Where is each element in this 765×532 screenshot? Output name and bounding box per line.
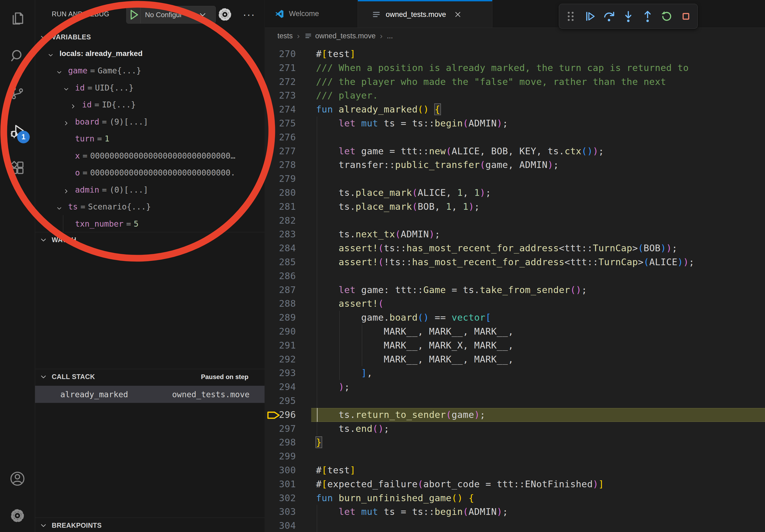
breadcrumb-item[interactable]: owned_tests.move [315, 32, 376, 40]
code-line-289[interactable]: 289 game.board() == vector[ [265, 311, 765, 325]
line-number[interactable]: 275 [265, 117, 296, 131]
line-number[interactable]: 299 [265, 449, 296, 463]
line-number[interactable]: 282 [265, 214, 296, 228]
code-line-299[interactable]: 299 [265, 449, 765, 463]
chevron-down-icon[interactable] [56, 68, 62, 74]
line-number[interactable]: 286 [265, 269, 296, 283]
line-number[interactable]: 303 [265, 505, 296, 519]
close-icon[interactable] [453, 10, 462, 19]
step-out-button[interactable] [641, 10, 654, 23]
line-number[interactable]: 285 [265, 255, 296, 269]
variables-section-header[interactable]: VARIABLES [35, 30, 265, 45]
code-line-293[interactable]: 293 ], [265, 366, 765, 380]
code-line-281[interactable]: 281 ts.place_mark(BOB, 1, 1); [265, 200, 765, 214]
line-number[interactable]: 295 [265, 394, 296, 408]
search-icon[interactable] [10, 48, 25, 64]
code-line-300[interactable]: 300#[test] [265, 463, 765, 477]
code-line-304[interactable]: 304 [265, 519, 765, 532]
code-line-270[interactable]: 270#[test] [265, 47, 765, 61]
line-number[interactable]: 276 [265, 131, 296, 144]
line-number[interactable]: 304 [265, 519, 296, 532]
variable-row-admin[interactable]: admin=(0)[...] [35, 181, 265, 198]
chevron-right-icon[interactable] [70, 102, 76, 108]
code-line-274[interactable]: 274fun already_marked() { [265, 103, 765, 117]
line-number[interactable]: 279 [265, 172, 296, 186]
current-stack-frame-arrow-icon[interactable] [267, 410, 281, 420]
chevron-down-icon[interactable] [63, 85, 69, 91]
code-line-301[interactable]: 301#[expected_failure(abort_code = ttt::… [265, 477, 765, 491]
settings-gear-icon[interactable] [10, 508, 25, 523]
call-stack-frame[interactable]: already_marked owned_tests.move [35, 386, 265, 403]
line-number[interactable]: 283 [265, 227, 296, 241]
tab-welcome[interactable]: Welcome [265, 0, 358, 28]
line-number[interactable]: 301 [265, 477, 296, 491]
chevron-right-icon[interactable] [63, 187, 69, 193]
code-line-298[interactable]: 298} [265, 435, 765, 449]
debug-config-dropdown[interactable]: No Configur [126, 6, 216, 24]
call-stack-section-header[interactable]: CALL STACK Paused on step [35, 369, 265, 385]
chevron-down-icon[interactable] [48, 51, 54, 57]
continue-button[interactable] [583, 10, 597, 23]
variable-row-board[interactable]: board=(9)[...] [35, 113, 265, 130]
line-number[interactable]: 298 [265, 435, 296, 449]
line-number[interactable]: 277 [265, 144, 296, 158]
breadcrumb[interactable]: tests›owned_tests.move›... [265, 28, 765, 44]
code-line-287[interactable]: 287 let game: ttt::Game = ts.take_from_s… [265, 283, 765, 297]
variable-row-o[interactable]: o=00000000000000000000000000000. [35, 164, 265, 181]
line-number[interactable]: 290 [265, 325, 296, 339]
variable-row-txn_number[interactable]: txn_number=5 [35, 215, 265, 232]
breakpoints-section-header[interactable]: BREAKPOINTS [35, 518, 265, 532]
code-line-302[interactable]: 302fun burn_unfinished_game() { [265, 491, 765, 505]
line-number[interactable]: 300 [265, 463, 296, 477]
line-number[interactable]: 288 [265, 297, 296, 311]
stop-button[interactable] [679, 10, 693, 23]
account-icon[interactable] [10, 471, 25, 486]
code-editor[interactable]: 270#[test]271/// When a position is alre… [265, 44, 765, 532]
line-number[interactable]: 287 [265, 283, 296, 297]
code-line-288[interactable]: 288 assert!( [265, 297, 765, 311]
line-number[interactable]: 270 [265, 47, 296, 61]
start-debug-icon[interactable] [127, 6, 141, 23]
code-line-273[interactable]: 273/// player. [265, 89, 765, 103]
code-line-297[interactable]: 297 ts.end(); [265, 422, 765, 436]
code-line-285[interactable]: 285 assert!(!ts::has_most_recent_for_add… [265, 255, 765, 269]
line-number[interactable]: 272 [265, 75, 296, 89]
variable-row-id[interactable]: id=UID{...} [35, 79, 265, 96]
code-line-292[interactable]: 292 MARK__, MARK__, MARK__, [265, 353, 765, 367]
line-number[interactable]: 273 [265, 89, 296, 103]
code-line-272[interactable]: 272/// the player who made the "false" m… [265, 75, 765, 89]
code-line-283[interactable]: 283 ts.next_tx(ADMIN); [265, 227, 765, 241]
code-line-282[interactable]: 282 [265, 214, 765, 228]
line-number[interactable]: 289 [265, 311, 296, 325]
code-line-278[interactable]: 278 transfer::public_transfer(game, ADMI… [265, 158, 765, 172]
line-number[interactable]: 294 [265, 380, 296, 394]
line-number[interactable]: 297 [265, 422, 296, 436]
drag-handle[interactable] [564, 10, 577, 23]
step-into-button[interactable] [622, 10, 635, 23]
variable-row-turn[interactable]: turn=1 [35, 130, 265, 147]
extensions-icon[interactable] [10, 160, 25, 176]
line-number[interactable]: 291 [265, 339, 296, 353]
step-over-button[interactable] [602, 10, 616, 23]
code-line-284[interactable]: 284 assert!(ts::has_most_recent_for_addr… [265, 241, 765, 255]
code-line-275[interactable]: 275 let mut ts = ts::begin(ADMIN); [265, 117, 765, 131]
variable-row-x[interactable]: x=00000000000000000000000000000… [35, 147, 265, 164]
breadcrumb-item[interactable]: ... [387, 32, 393, 40]
code-line-277[interactable]: 277 let game = ttt::new(ALICE, BOB, KEY,… [265, 144, 765, 158]
code-line-279[interactable]: 279 [265, 172, 765, 186]
line-number[interactable]: 293 [265, 366, 296, 380]
code-line-295[interactable]: 295 [265, 394, 765, 408]
line-number[interactable]: 271 [265, 61, 296, 75]
code-line-303[interactable]: 303 let mut ts = ts::begin(ADMIN); [265, 505, 765, 519]
line-number[interactable]: 284 [265, 241, 296, 255]
line-number[interactable]: 281 [265, 200, 296, 214]
line-number[interactable]: 302 [265, 491, 296, 505]
line-number[interactable]: 278 [265, 158, 296, 172]
chevron-right-icon[interactable] [63, 119, 69, 125]
files-icon[interactable] [10, 11, 25, 26]
code-line-290[interactable]: 290 MARK__, MARK__, MARK__, [265, 325, 765, 339]
code-line-286[interactable]: 286 [265, 269, 765, 283]
settings-gear-icon[interactable] [217, 7, 232, 22]
tab-owned-tests-move[interactable]: owned_tests.move [358, 0, 492, 28]
code-line-271[interactable]: 271/// When a position is already marked… [265, 61, 765, 75]
